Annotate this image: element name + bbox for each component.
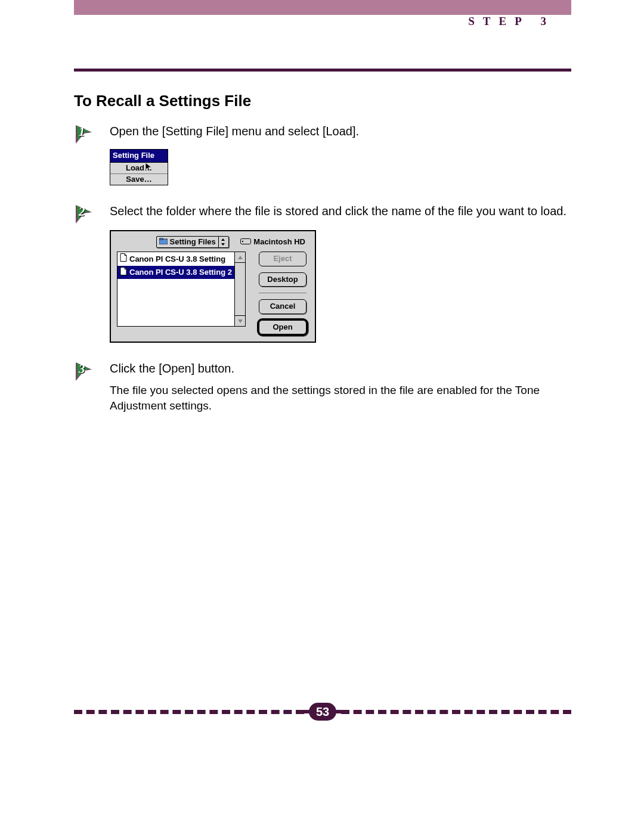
desktop-button[interactable]: Desktop	[259, 272, 306, 287]
svg-marker-2	[221, 238, 225, 241]
page-number: 53	[309, 703, 336, 721]
folder-icon	[159, 237, 168, 247]
disk-icon	[240, 237, 251, 247]
updown-icon	[218, 237, 227, 247]
file-open-dialog: Setting Files Macintosh HD	[110, 230, 316, 343]
open-button[interactable]: Open	[259, 320, 306, 335]
scroll-down-icon[interactable]	[235, 315, 245, 326]
step-1: 1 Open the [Setting File] menu and selec…	[74, 123, 571, 185]
separator	[259, 293, 306, 293]
svg-rect-5	[242, 241, 243, 242]
folder-name: Setting Files	[170, 237, 216, 247]
step-3-note: The file you selected opens and the sett…	[110, 383, 571, 413]
step-chapter-label: STEP 3	[468, 15, 555, 28]
dash-rule-left	[74, 710, 304, 714]
step-number: 1	[79, 125, 85, 139]
disk-label: Macintosh HD	[240, 237, 305, 247]
step-number: 2	[79, 204, 85, 219]
svg-marker-3	[221, 243, 225, 246]
cursor-icon	[145, 162, 153, 174]
svg-rect-0	[159, 239, 168, 244]
svg-marker-6	[238, 256, 243, 259]
menu-title: Setting File	[110, 149, 168, 162]
file-row[interactable]: Canon PI CS-U 3.8 Setting 2	[117, 266, 234, 280]
svg-rect-1	[160, 238, 163, 240]
header-bar	[74, 0, 571, 15]
step-badge-3: 3	[74, 361, 94, 381]
menu-item-save[interactable]: Save…	[110, 173, 168, 185]
step-2-text: Select the folder where the file is stor…	[110, 203, 571, 219]
document-icon	[120, 253, 127, 265]
step-badge-2: 2	[74, 203, 94, 224]
step-1-text: Open the [Setting File] menu and select …	[110, 123, 571, 139]
eject-button: Eject	[259, 252, 306, 266]
cancel-button[interactable]: Cancel	[259, 299, 306, 314]
step-3-text: Click the [Open] button.	[110, 361, 571, 377]
step-2: 2 Select the folder where the file is st…	[74, 203, 571, 343]
step-number: 3	[79, 362, 85, 377]
setting-file-menu: Setting File Load… Save…	[110, 149, 168, 185]
page-footer: 53	[74, 703, 571, 721]
folder-selector[interactable]: Setting Files	[156, 236, 229, 248]
menu-item-load[interactable]: Load…	[110, 163, 168, 173]
section-title: To Recall a Settings File	[74, 92, 571, 110]
step-badge-1: 1	[74, 123, 94, 144]
dash-rule-right	[341, 710, 571, 714]
file-list[interactable]: Canon PI CS-U 3.8 Setting Canon PI CS-U …	[117, 252, 246, 327]
scrollbar[interactable]	[234, 252, 245, 326]
scroll-up-icon[interactable]	[235, 252, 245, 263]
document-icon	[120, 267, 127, 278]
svg-marker-7	[238, 319, 243, 323]
step-3: 3 Click the [Open] button. The file you …	[74, 361, 571, 413]
file-row[interactable]: Canon PI CS-U 3.8 Setting	[117, 252, 234, 266]
divider	[74, 69, 571, 72]
